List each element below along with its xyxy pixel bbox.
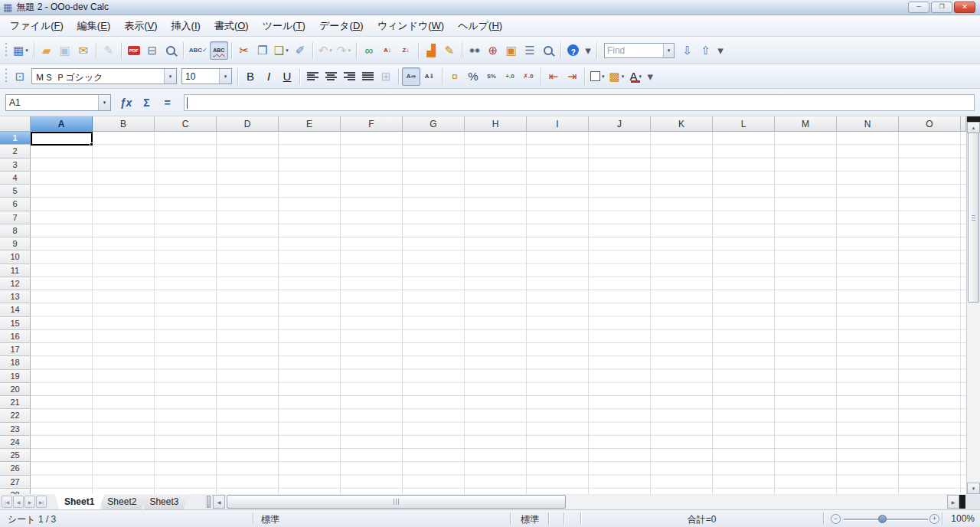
- next-sheet-button[interactable]: ▶: [24, 496, 35, 508]
- align-left-button[interactable]: [303, 67, 322, 86]
- menu-f[interactable]: ファイル(F): [3, 16, 70, 36]
- email-button[interactable]: ✉: [74, 41, 93, 60]
- scroll-right-button[interactable]: ▶: [947, 495, 959, 509]
- auto-spellcheck-button[interactable]: ABC: [210, 41, 228, 60]
- column-header-partial[interactable]: [961, 116, 966, 132]
- spreadsheet-cells[interactable]: [31, 132, 966, 494]
- row-header-23[interactable]: 23: [0, 423, 31, 436]
- italic-button[interactable]: I: [260, 67, 278, 86]
- fill-handle[interactable]: [90, 142, 93, 146]
- zoom-level[interactable]: 100%: [951, 513, 975, 524]
- find-previous-button[interactable]: ⇧: [697, 41, 715, 60]
- formatting-overflow-button[interactable]: ▾: [645, 69, 655, 84]
- sort-ascending-button[interactable]: A↓: [378, 41, 397, 60]
- new-document-button-dropdown[interactable]: ▾: [25, 47, 28, 54]
- help-button[interactable]: ?: [564, 41, 583, 60]
- row-header-10[interactable]: 10: [0, 250, 31, 264]
- sheet-tab-sheet1[interactable]: Sheet1: [54, 494, 104, 509]
- insert-mode[interactable]: 標準: [521, 513, 539, 526]
- menu-w[interactable]: ウィンドウ(W): [371, 16, 451, 36]
- increase-indent-button[interactable]: ⇥: [563, 67, 581, 86]
- scroll-down-button[interactable]: ▼: [967, 483, 980, 494]
- equals-button[interactable]: =: [157, 93, 178, 112]
- row-header-1[interactable]: 1: [0, 132, 31, 145]
- row-header-11[interactable]: 11: [0, 264, 31, 277]
- row-header-8[interactable]: 8: [0, 224, 31, 237]
- menu-d[interactable]: データ(D): [312, 16, 371, 36]
- cell-reference[interactable]: A1: [6, 95, 98, 110]
- column-header-c[interactable]: C: [155, 116, 217, 132]
- font-color-button-dropdown[interactable]: ▾: [639, 74, 642, 80]
- row-header-17[interactable]: 17: [0, 343, 31, 356]
- row-header-4[interactable]: 4: [0, 172, 31, 185]
- row-header-16[interactable]: 16: [0, 330, 31, 343]
- horizontal-scroll-thumb[interactable]: [227, 495, 566, 509]
- add-decimal-button[interactable]: +.0: [501, 67, 519, 86]
- sum-button[interactable]: Σ: [136, 93, 157, 112]
- sort-descending-button[interactable]: Z↓: [397, 41, 415, 60]
- open-button[interactable]: ▰: [38, 41, 56, 60]
- row-header-28[interactable]: 28: [0, 489, 31, 494]
- currency-format-button[interactable]: ¤: [446, 67, 464, 86]
- row-header-25[interactable]: 25: [0, 449, 31, 462]
- borders-button[interactable]: ▾: [588, 67, 607, 86]
- percent-format-button[interactable]: %: [464, 67, 482, 86]
- print-button[interactable]: ⊟: [143, 41, 162, 60]
- find-overflow-button[interactable]: ▾: [715, 43, 726, 58]
- row-header-24[interactable]: 24: [0, 436, 31, 449]
- first-sheet-button[interactable]: |◀: [2, 496, 12, 508]
- column-header-a[interactable]: A: [31, 116, 93, 132]
- background-color-button[interactable]: ▩▾: [607, 67, 627, 86]
- previous-sheet-button[interactable]: ◀: [13, 496, 24, 508]
- new-document-button[interactable]: ▦▾: [11, 41, 31, 60]
- scroll-left-button[interactable]: ◀: [213, 495, 225, 509]
- redo-button-dropdown[interactable]: ▾: [348, 47, 351, 54]
- menu-e[interactable]: 編集(E): [70, 16, 117, 36]
- sum-display[interactable]: 合計=0: [580, 513, 823, 526]
- menu-i[interactable]: 挿入(I): [165, 16, 207, 36]
- horizontal-split-handle[interactable]: [959, 495, 965, 509]
- sheet-info[interactable]: シート 1 / 3: [8, 513, 56, 526]
- standard-format-button[interactable]: $%: [482, 67, 501, 86]
- column-header-n[interactable]: N: [837, 116, 899, 132]
- vertical-split-handle[interactable]: [967, 116, 980, 122]
- paste-button-dropdown[interactable]: ▾: [286, 47, 289, 54]
- row-header-9[interactable]: 9: [0, 237, 31, 250]
- column-header-b[interactable]: B: [93, 116, 155, 132]
- row-header-3[interactable]: 3: [0, 159, 31, 172]
- copy-button[interactable]: ❐: [253, 41, 272, 60]
- zoom-slider-handle[interactable]: [878, 515, 887, 523]
- function-wizard-button[interactable]: ƒx: [116, 93, 136, 112]
- select-all-corner[interactable]: [0, 116, 31, 132]
- spellcheck-button[interactable]: ABC✓: [187, 41, 210, 60]
- bold-button[interactable]: B: [241, 67, 260, 86]
- delete-decimal-button[interactable]: ✗.0: [519, 67, 537, 86]
- font-size-value[interactable]: 10: [182, 69, 219, 83]
- text-direction-ttb-button[interactable]: A⇓: [420, 67, 439, 86]
- column-header-o[interactable]: O: [899, 116, 961, 132]
- row-header-6[interactable]: 6: [0, 198, 31, 211]
- row-header-27[interactable]: 27: [0, 476, 31, 489]
- toolbar-grip[interactable]: [5, 43, 8, 58]
- tab-splitter-handle[interactable]: [207, 496, 211, 508]
- borders-button-dropdown[interactable]: ▾: [602, 74, 605, 80]
- font-name-dropdown[interactable]: ▾: [164, 69, 176, 83]
- row-header-12[interactable]: 12: [0, 277, 31, 290]
- text-direction-ltr-button[interactable]: A⇒: [402, 67, 420, 86]
- selected-cell[interactable]: [31, 132, 93, 146]
- vertical-scrollbar[interactable]: ▲ ▼: [966, 116, 980, 494]
- column-header-g[interactable]: G: [403, 116, 465, 132]
- column-header-i[interactable]: I: [527, 116, 589, 132]
- column-header-h[interactable]: H: [465, 116, 527, 132]
- menu-t[interactable]: ツール(T): [256, 16, 312, 36]
- horizontal-scrollbar[interactable]: [225, 495, 947, 509]
- clone-formatting-button[interactable]: ✐: [291, 41, 309, 60]
- last-sheet-button[interactable]: ▶|: [36, 496, 47, 508]
- row-header-2[interactable]: 2: [0, 145, 31, 158]
- column-header-d[interactable]: D: [217, 116, 279, 132]
- styles-window-button[interactable]: ⊡: [11, 67, 29, 86]
- formula-input[interactable]: [184, 94, 975, 111]
- zoom-in-button[interactable]: +: [929, 514, 939, 524]
- row-header-19[interactable]: 19: [0, 370, 31, 383]
- row-header-13[interactable]: 13: [0, 290, 31, 303]
